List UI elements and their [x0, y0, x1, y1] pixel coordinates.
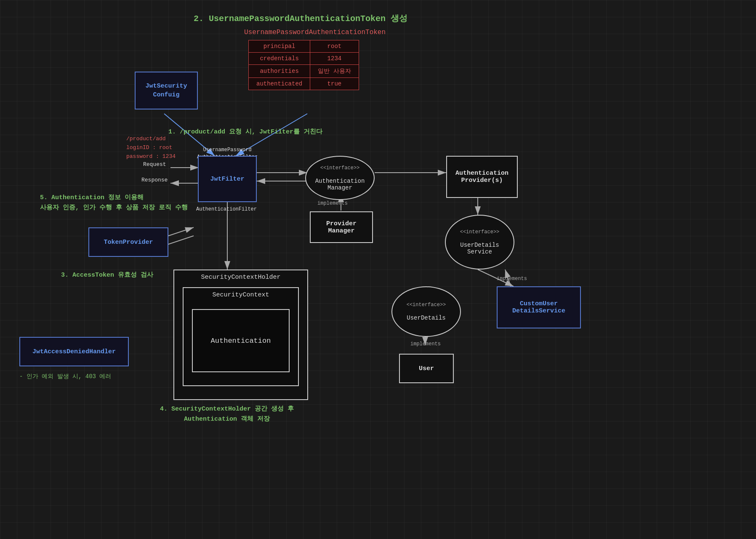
table-row: principal root — [249, 40, 359, 53]
field-credentials: credentials — [249, 53, 310, 65]
request-info: /product/addloginID : rootpassword : 123… — [126, 135, 176, 161]
field-principal: principal — [249, 40, 310, 53]
token-label: UsernamePasswordAuthenticationToken — [244, 29, 386, 36]
jwt-filter-box: JwtFilter — [198, 156, 257, 202]
authentication-box: Authentication — [192, 309, 290, 372]
token-provider-box: TokenProvider — [88, 227, 168, 257]
auth-manager-oval: <<interface>> AuthenticationManager — [305, 156, 375, 200]
access-denied-note: - 인가 예외 발생 시, 403 에러 — [19, 373, 111, 380]
step5-label: 5. Authentication 정보 이용해사용자 인증, 인가 수행 후 … — [40, 193, 188, 213]
response-label: Response — [141, 177, 168, 183]
user-details-service-oval: <<interface>> UserDetailsService — [445, 215, 514, 270]
value-principal: root — [310, 40, 359, 53]
diagram-container: 2. UsernamePasswordAuthenticationToken 생… — [0, 0, 756, 539]
jwt-security-config-box: JwtSecurity Confuig — [135, 72, 198, 109]
auth-provider-box: Authentication Provider(s) — [446, 156, 518, 198]
security-context-box: SecurityContext Authentication — [183, 287, 299, 386]
jwt-access-denied-box: JwtAccessDeniedHandler — [19, 337, 129, 366]
token-table: principal root credentials 1234 authorit… — [248, 40, 359, 90]
user-details-oval: <<interface>> UserDetails — [391, 286, 461, 337]
provider-manager-box: Provider Manager — [310, 211, 373, 243]
arrows-svg — [0, 0, 756, 539]
implements-label3: implements — [410, 341, 441, 347]
value-authorities: 일반 사용자 — [310, 65, 359, 78]
auth-filter-label2: AuthenticationFilter — [196, 206, 257, 212]
table-row: credentials 1234 — [249, 53, 359, 65]
value-credentials: 1234 — [310, 53, 359, 65]
security-context-label: SecurityContext — [212, 291, 269, 299]
security-context-holder-box: SecurityContextHolder SecurityContext Au… — [173, 270, 308, 400]
step4-label: 4. SecurityContextHolder 공간 생성 후Authenti… — [160, 404, 294, 424]
request-label: Request — [143, 161, 166, 168]
table-row: authorities 일반 사용자 — [249, 65, 359, 78]
field-authenticated: authenticated — [249, 78, 310, 90]
value-authenticated: true — [310, 78, 359, 90]
security-context-holder-label: SecurityContextHolder — [201, 274, 280, 281]
implements-label1: implements — [317, 200, 348, 206]
step3-label: 3. AccessToken 유효성 검사 — [61, 271, 153, 279]
implements-label2: implements — [497, 276, 527, 282]
table-row: authenticated true — [249, 78, 359, 90]
step1-label: 1. /product/add 요청 시, JwtFilter를 거친다 — [168, 128, 322, 136]
user-box: User — [399, 354, 454, 383]
field-authorities: authorities — [249, 65, 310, 78]
step2-title: 2. UsernamePasswordAuthenticationToken 생… — [194, 13, 407, 24]
custom-user-details-box: CustomUser DetailsService — [497, 286, 581, 328]
